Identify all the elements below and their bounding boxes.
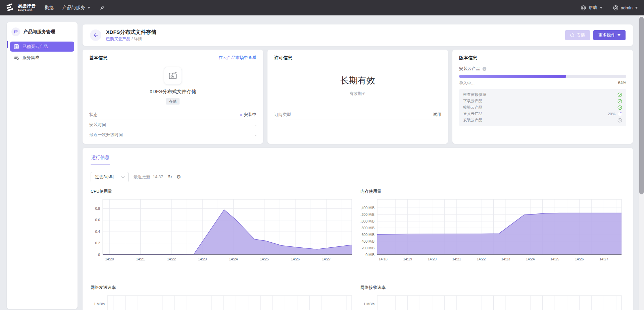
sidebar-item-service-integration[interactable]: 服务集成	[10, 53, 74, 63]
last-update-time: 14:37	[153, 175, 163, 179]
chart-title: CPU使用量	[91, 189, 355, 194]
easystack-logo-icon	[6, 3, 15, 13]
topbar-right: 帮助 admin	[581, 5, 638, 11]
svg-text:14:20: 14:20	[428, 257, 437, 261]
install-time-value: -	[255, 123, 256, 127]
svg-text:200 MiB: 200 MiB	[361, 246, 375, 250]
step-label: 下载云产品	[463, 99, 483, 104]
vertical-scrollbar[interactable]	[639, 15, 644, 310]
install-step: 下载云产品	[463, 98, 622, 104]
menu-icon[interactable]	[11, 27, 20, 36]
last-upgrade-label: 最近一次升级时间	[89, 132, 123, 138]
svg-text:14:20: 14:20	[105, 257, 114, 261]
svg-text:1 MB/s: 1 MB/s	[94, 302, 105, 306]
svg-text:1,200 MiB: 1,200 MiB	[360, 212, 375, 216]
refresh-icon[interactable]: ↻	[168, 175, 172, 180]
last-upgrade-value: -	[255, 133, 256, 137]
network-receive-rate-chart: 0 MB/s0.2 MB/s0.4 MB/s0.6 MB/s0.8 MB/s1 …	[360, 293, 625, 310]
sidebar-header: 产品与服务管理	[7, 22, 78, 41]
info-cards-row: 基本信息 在云产品市场中查看 XDFS分布式文件存储 存储	[83, 50, 633, 144]
sidebar-item-label: 服务集成	[22, 55, 39, 61]
install-step: 导入云产品 20%	[463, 111, 622, 117]
more-actions-button[interactable]: 更多操作	[593, 30, 626, 40]
svg-text:0: 0	[98, 253, 100, 257]
install-product-label: 安装云产品	[459, 66, 480, 72]
license-info-card: 许可信息 长期有效 有效期至 订阅类型 试用	[267, 50, 448, 144]
svg-text:0.6: 0.6	[95, 218, 100, 222]
svg-text:400 MiB: 400 MiB	[361, 239, 375, 243]
version-info-card: 版本信息 安装云产品 ? 导入中... 64%	[452, 50, 633, 144]
chart-title: 内存使用量	[360, 189, 625, 194]
license-validity: 长期有效	[340, 75, 375, 86]
nav-overview[interactable]: 概览	[45, 5, 54, 11]
time-range-select[interactable]: 过去3小时	[91, 172, 129, 182]
svg-text:14:21: 14:21	[136, 257, 145, 261]
svg-text:0.2: 0.2	[95, 241, 100, 245]
user-menu[interactable]: admin	[613, 5, 638, 11]
more-actions-label: 更多操作	[598, 33, 615, 38]
product-icon	[164, 67, 182, 85]
chart-title: 网络接收速率	[360, 285, 625, 291]
brand-text: 易捷行云 EasyStack	[18, 4, 36, 11]
subscription-type-row: 订阅类型 试用	[274, 110, 441, 120]
page-title: XDFS分布式文件存储	[106, 29, 156, 35]
svg-text:14:19: 14:19	[403, 257, 412, 261]
install-time-row: 安装时间 -	[89, 120, 256, 130]
chart-title: 网络发送速率	[91, 285, 355, 291]
svg-text:0.4: 0.4	[95, 230, 100, 234]
cpu-usage-chart: 00.20.40.60.814:2014:2114:2214:2314:2414…	[91, 196, 355, 263]
last-update-label: 最近更新:	[134, 175, 151, 179]
breadcrumb: 已购买云产品/详情	[106, 37, 156, 41]
tab-run-info[interactable]: 运行信息	[91, 152, 110, 165]
pin-icon[interactable]	[100, 5, 105, 10]
product-summary: XDFS分布式文件存储 存储	[89, 61, 256, 110]
progress-percent: 64%	[618, 80, 626, 86]
status-value: 安装中	[244, 112, 257, 118]
svg-text:?: ?	[484, 67, 485, 70]
nav-products-label: 产品与服务	[62, 5, 85, 11]
settings-gear-icon[interactable]: ⚙	[177, 175, 181, 180]
svg-text:1 MB/s: 1 MB/s	[363, 302, 375, 306]
installing-status-dot	[240, 114, 242, 116]
svg-text:14:24: 14:24	[526, 257, 535, 261]
basic-info-title: 基本信息	[89, 55, 107, 61]
run-info-card: 运行信息 过去3小时 最近更新: 14:37 ↻ ⚙ CPU使用量 00.20.…	[83, 148, 633, 310]
page-header: XDFS分布式文件存储 已购买云产品/详情 安装 更多操作	[83, 24, 633, 46]
step-label: 检查依赖资源	[463, 92, 486, 97]
brand-name-en: EasyStack	[18, 8, 36, 11]
svg-text:14:23: 14:23	[501, 257, 510, 261]
nav-products-services[interactable]: 产品与服务	[62, 5, 90, 11]
brand-logo[interactable]: 易捷行云 EasyStack	[6, 3, 36, 13]
breadcrumb-link[interactable]: 已购买云产品	[106, 37, 130, 41]
sidebar-item-purchased-products[interactable]: 已购买云产品	[10, 42, 74, 52]
chart-controls: 过去3小时 最近更新: 14:37 ↻ ⚙	[91, 172, 625, 182]
cpu-usage-chart-block: CPU使用量 00.20.40.60.814:2014:2114:2214:23…	[91, 189, 355, 263]
help-buoy-icon	[581, 5, 586, 11]
install-progress-fill	[459, 75, 566, 78]
loading-spinner-icon	[570, 33, 574, 37]
license-validity-until: 有效期至	[350, 91, 366, 97]
svg-text:14:21: 14:21	[452, 257, 461, 261]
view-in-market-link[interactable]: 在云产品市场中查看	[219, 55, 257, 61]
svg-text:14:25: 14:25	[260, 257, 269, 261]
license-summary: 长期有效 有效期至	[274, 61, 441, 110]
time-range-value: 过去3小时	[95, 174, 114, 180]
chevron-down-icon	[600, 7, 603, 9]
help-circle-icon[interactable]: ?	[482, 67, 487, 71]
svg-text:1,000 MiB: 1,000 MiB	[360, 219, 375, 223]
scrollbar-thumb[interactable]	[639, 17, 644, 194]
step-label: 校验云产品	[463, 105, 483, 110]
user-avatar-icon	[613, 5, 618, 11]
main-content: XDFS分布式文件存储 已购买云产品/详情 安装 更多操作	[83, 24, 633, 310]
chevron-down-icon	[87, 7, 90, 9]
back-button[interactable]	[90, 29, 101, 41]
install-time-label: 安装时间	[89, 122, 106, 128]
license-info-title: 许可信息	[274, 55, 292, 61]
svg-text:1,400 MiB: 1,400 MiB	[360, 206, 375, 210]
install-steps-panel: 检查依赖资源 下载云产品 校验云产品 导入云产品 20%	[459, 89, 626, 126]
install-button[interactable]: 安装	[565, 30, 590, 40]
topbar: 易捷行云 EasyStack 概览 产品与服务	[0, 0, 644, 15]
help-menu[interactable]: 帮助	[581, 5, 603, 11]
step-status-icon	[617, 99, 622, 104]
step-label: 安装云产品	[463, 118, 483, 123]
